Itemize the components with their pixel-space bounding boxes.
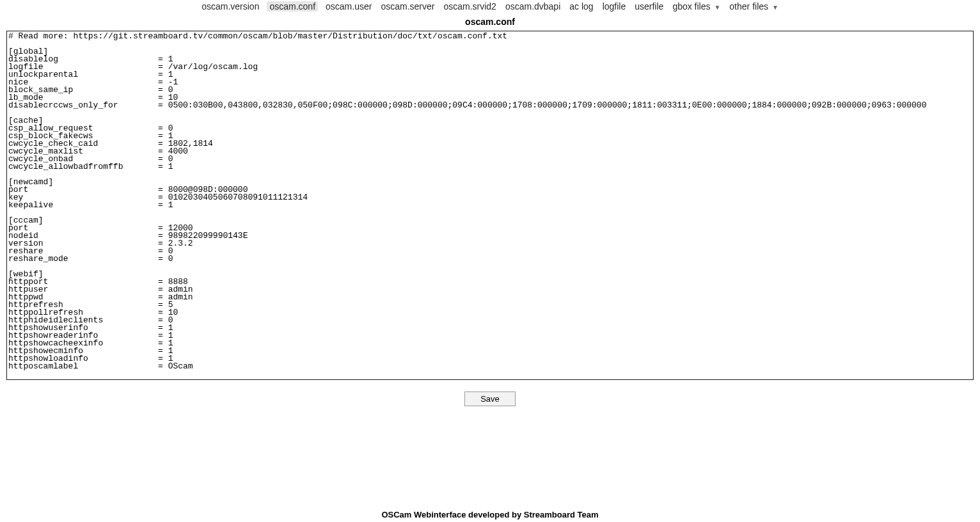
editor-container	[6, 31, 974, 380]
tab-userfile[interactable]: userfile	[633, 1, 665, 12]
tab-oscam-dvbapi[interactable]: oscam.dvbapi	[504, 1, 562, 12]
save-row: Save	[0, 391, 980, 406]
tab-oscam-server[interactable]: oscam.server	[379, 1, 436, 12]
tab-oscam-user[interactable]: oscam.user	[324, 1, 373, 12]
tab-gbox-files[interactable]: gbox files ▼	[671, 1, 722, 12]
tab-oscam-conf[interactable]: oscam.conf	[267, 1, 318, 12]
tab-logfile[interactable]: logfile	[601, 1, 628, 12]
chevron-down-icon: ▼	[772, 4, 778, 11]
file-tabs-nav: oscam.versionoscam.confoscam.useroscam.s…	[0, 0, 980, 13]
config-editor[interactable]	[7, 31, 973, 377]
chevron-down-icon: ▼	[714, 4, 720, 11]
tab-ac-log[interactable]: ac log	[568, 1, 594, 12]
footer-text: OSCam Webinterface developed by Streambo…	[0, 507, 980, 522]
tab-oscam-srvid2[interactable]: oscam.srvid2	[442, 1, 497, 12]
page-title: oscam.conf	[0, 17, 980, 27]
tab-other-files[interactable]: other files ▼	[728, 1, 780, 12]
tab-oscam-version[interactable]: oscam.version	[200, 1, 260, 12]
save-button[interactable]: Save	[464, 391, 516, 406]
